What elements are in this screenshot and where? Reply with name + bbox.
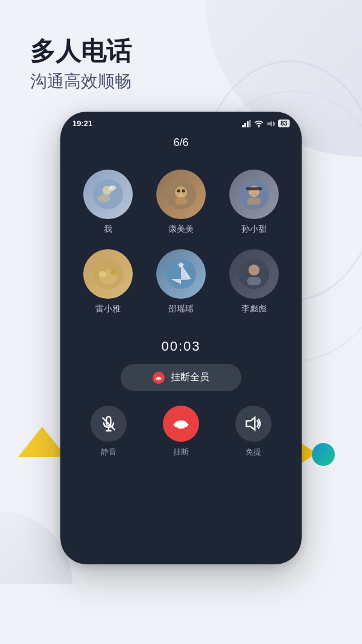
wifi-icon (254, 120, 264, 127)
avatar (83, 170, 133, 219)
mute-action[interactable]: 静音 (91, 406, 127, 457)
svg-rect-2 (247, 121, 249, 127)
svg-marker-43 (246, 418, 255, 430)
hangup-all-button[interactable]: 挂断全员 (121, 364, 241, 391)
contact-item: 康美美 (151, 170, 210, 235)
sub-title: 沟通高效顺畅 (30, 70, 132, 93)
status-bar: 19:21 83 (60, 112, 302, 132)
svg-rect-23 (246, 187, 262, 190)
deco-triangle (18, 427, 66, 457)
avatar (156, 249, 206, 299)
avatar (83, 249, 133, 299)
hangup-button[interactable] (163, 406, 199, 442)
bottom-actions: 静音 挂断 免提 (60, 406, 302, 470)
svg-point-4 (258, 126, 260, 127)
volume-icon (266, 120, 276, 127)
contact-item: 雷小雅 (78, 249, 137, 314)
svg-point-17 (177, 190, 180, 193)
svg-point-14 (109, 186, 112, 189)
signal-icon (242, 120, 252, 127)
contact-item: 我 (78, 170, 137, 235)
svg-rect-38 (247, 277, 261, 285)
contact-name: 孙小甜 (241, 224, 267, 235)
deco-circle (312, 443, 335, 466)
mute-button[interactable] (91, 406, 127, 442)
svg-point-24 (251, 193, 257, 197)
hangup-action[interactable]: 挂断 (163, 406, 199, 457)
hangup-label: 挂断 (173, 447, 189, 457)
contact-name: 雷小雅 (95, 304, 121, 314)
avatar (229, 170, 279, 219)
contact-item: 邵瑶瑶 (151, 249, 210, 314)
contact-item: 孙小甜 (225, 170, 284, 235)
svg-rect-1 (244, 123, 246, 127)
speaker-icon (245, 415, 262, 432)
svg-point-19 (179, 194, 183, 197)
phone-mockup: 19:21 83 (60, 112, 302, 564)
mute-icon (100, 415, 117, 432)
contact-name: 我 (104, 224, 112, 235)
svg-point-37 (249, 264, 259, 275)
phone-topbar: 6/6 (60, 132, 302, 158)
speaker-action[interactable]: 免提 (235, 406, 272, 457)
speaker-button[interactable] (235, 406, 272, 442)
contact-name: 康美美 (168, 224, 194, 235)
svg-rect-3 (249, 120, 251, 127)
speaker-label: 免提 (246, 447, 261, 457)
hangup-all-label: 挂断全员 (171, 371, 209, 384)
call-timer: 00:03 (60, 339, 302, 354)
svg-point-11 (98, 194, 110, 202)
svg-rect-20 (175, 197, 187, 205)
mute-label: 静音 (101, 447, 116, 457)
svg-rect-25 (247, 198, 261, 205)
svg-rect-0 (242, 125, 244, 127)
battery-icon: 83 (278, 120, 290, 127)
call-counter: 6/6 (173, 136, 188, 149)
svg-point-18 (182, 190, 185, 193)
contact-name: 邵瑶瑶 (168, 304, 194, 314)
contacts-grid: 我 康美美 (60, 158, 302, 320)
main-title: 多人电话 (30, 36, 132, 66)
avatar (156, 170, 206, 219)
header-section: 多人电话 沟通高效顺畅 (30, 36, 132, 93)
contact-name: 李彪彪 (241, 304, 267, 314)
avatar (229, 249, 279, 299)
status-time: 19:21 (72, 119, 92, 128)
hangup-all-icon (153, 372, 165, 384)
status-icons: 83 (242, 120, 290, 127)
contact-item: 李彪彪 (225, 249, 284, 314)
svg-point-30 (104, 269, 112, 273)
hangup-icon (173, 415, 189, 432)
